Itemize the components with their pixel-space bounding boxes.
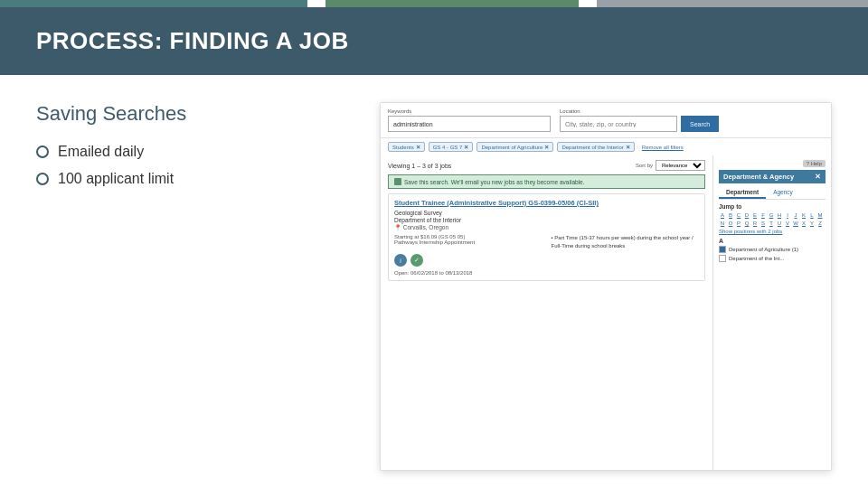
alpha-O[interactable]: O — [727, 221, 734, 226]
alpha-S[interactable]: S — [760, 221, 767, 226]
alpha-B[interactable]: B — [727, 212, 734, 218]
alpha-I[interactable]: I — [784, 212, 791, 218]
checkbox-agriculture-label: Department of Agriculture (1) — [729, 247, 798, 252]
alpha-G[interactable]: G — [768, 212, 775, 218]
remove-all-filters-link[interactable]: Remove all filters — [642, 145, 684, 150]
keywords-input[interactable] — [388, 116, 551, 132]
save-icon — [394, 178, 401, 185]
bullet-icon — [36, 173, 49, 185]
job-icon-1: i — [394, 254, 407, 267]
tag-students[interactable]: Students ✕ — [388, 142, 425, 152]
job-open-dates: Open: 06/02/2018 to 08/13/2018 — [394, 270, 699, 276]
sort-select[interactable]: Relevance — [656, 160, 705, 171]
remove-tag-interior[interactable]: ✕ — [626, 144, 630, 150]
tag-interior[interactable]: Department of the Interior ✕ — [557, 142, 634, 152]
remove-tag-gs[interactable]: ✕ — [464, 144, 468, 150]
remove-tag-agriculture[interactable]: ✕ — [544, 144, 549, 150]
show-positions-link[interactable]: Show positions with 2 jobs — [719, 229, 826, 234]
sort-row: Sort by Relevance — [636, 160, 705, 171]
viewing-count: Viewing 1 – 3 of 3 jobs — [388, 163, 451, 169]
tag-agriculture[interactable]: Department of Agriculture ✕ — [476, 142, 553, 152]
alpha-W[interactable]: W — [792, 221, 799, 226]
alpha-A[interactable]: A — [719, 212, 726, 218]
content-area: Saving Searches Emailed daily 100 applic… — [0, 75, 868, 488]
alpha-C[interactable]: C — [735, 212, 742, 218]
top-bars — [0, 0, 868, 7]
section-title: Saving Searches — [36, 102, 344, 126]
alpha-P[interactable]: P — [735, 221, 742, 226]
tag-gs[interactable]: GS 4 - GS 7 ✕ — [429, 142, 474, 152]
save-search-banner[interactable]: Save this search. We'll email you new jo… — [388, 174, 705, 189]
section-a-label: A — [719, 238, 826, 244]
mockup-tags-row: Students ✕ GS 4 - GS 7 ✕ Department of A… — [381, 138, 831, 155]
alpha-F[interactable]: F — [760, 212, 767, 218]
location-input[interactable] — [560, 116, 677, 132]
alpha-H[interactable]: H — [776, 212, 783, 218]
location-label: Location — [560, 108, 677, 114]
alphabet-row: A B C D E F G H I J K L M — [719, 212, 826, 218]
alpha-V[interactable]: V — [784, 221, 791, 226]
tab-agency[interactable]: Agency — [766, 187, 800, 199]
bullet-text-1: Emailed daily — [58, 144, 144, 160]
header-section: PROCESS: FINDING A JOB — [0, 7, 868, 75]
bar-teal — [0, 0, 307, 7]
job-dept: Department of the Interior — [394, 217, 699, 223]
remove-tag-students[interactable]: ✕ — [416, 144, 420, 150]
bar-gap1 — [307, 0, 326, 7]
bar-green — [326, 0, 579, 7]
job-title[interactable]: Student Trainee (Administrative Support)… — [394, 199, 699, 207]
job-details-row: Starting at $16.09 (GS 05 05) Pathways I… — [394, 234, 699, 250]
left-column: Saving Searches Emailed daily 100 applic… — [36, 102, 344, 471]
alpha-T[interactable]: T — [768, 221, 775, 226]
alpha-U[interactable]: U — [776, 221, 783, 226]
mockup-main: Viewing 1 – 3 of 3 jobs Sort by Relevanc… — [381, 155, 831, 471]
alphabet-row-2: N O P Q R S T U V W X Y Z — [719, 221, 826, 226]
checkbox-interior-icon[interactable] — [719, 255, 726, 262]
checkbox-interior-label: Department of the Int... — [729, 256, 784, 261]
bar-gray — [597, 0, 868, 7]
alpha-R[interactable]: R — [751, 221, 759, 226]
mockup-results-panel: Viewing 1 – 3 of 3 jobs Sort by Relevanc… — [381, 155, 713, 471]
job-salary: Starting at $16.09 (GS 05 05) Pathways I… — [394, 234, 542, 250]
sidebar-title: Department & Agency — [723, 173, 794, 181]
alpha-L[interactable]: L — [808, 212, 816, 218]
page-title: PROCESS: FINDING A JOB — [36, 27, 832, 55]
alpha-J[interactable]: J — [792, 212, 799, 218]
alpha-E[interactable]: E — [751, 212, 759, 218]
list-item: 100 applicant limit — [36, 171, 344, 187]
mockup-search-bar: Keywords Location Search — [381, 103, 831, 138]
checkbox-interior: Department of the Int... — [719, 255, 826, 262]
job-icon-2: ✓ — [410, 254, 423, 267]
alpha-K[interactable]: K — [800, 212, 807, 218]
search-button[interactable]: Search — [681, 116, 719, 132]
close-sidebar-icon[interactable]: ✕ — [815, 173, 821, 181]
alpha-Z[interactable]: Z — [816, 221, 824, 226]
bullet-text-2: 100 applicant limit — [58, 171, 174, 187]
mockup-screenshot: Keywords Location Search Students ✕ GS 4… — [380, 102, 832, 471]
alpha-X[interactable]: X — [800, 221, 807, 226]
checkbox-agriculture-icon[interactable] — [719, 246, 726, 253]
sidebar-tabs: Department Agency — [719, 187, 826, 200]
job-listing: Student Trainee (Administrative Support)… — [388, 193, 705, 281]
job-location: 📍 Corvallis, Oregon — [394, 224, 699, 231]
sort-label: Sort by — [636, 163, 653, 168]
alpha-D[interactable]: D — [743, 212, 750, 218]
bullet-list: Emailed daily 100 applicant limit — [36, 144, 344, 187]
job-bullets: • Part Time (15-37 hours per week) durin… — [552, 234, 700, 250]
alpha-N[interactable]: N — [719, 221, 726, 226]
jump-to-label: Jump to — [719, 203, 826, 210]
alpha-Q[interactable]: Q — [743, 221, 750, 226]
alpha-Y[interactable]: Y — [808, 221, 816, 226]
location-field-group: Location — [560, 108, 677, 132]
list-item: Emailed daily — [36, 144, 344, 160]
alpha-M[interactable]: M — [816, 212, 824, 218]
tab-department[interactable]: Department — [719, 187, 766, 199]
mockup-sidebar-right: ? Help Department & Agency ✕ Department … — [713, 155, 831, 471]
viewing-row: Viewing 1 – 3 of 3 jobs Sort by Relevanc… — [388, 160, 705, 171]
help-button[interactable]: ? Help — [803, 160, 826, 167]
sidebar-header: Department & Agency ✕ — [719, 170, 826, 183]
checkbox-agriculture: Department of Agriculture (1) — [719, 246, 826, 253]
job-agency: Geological Survey — [394, 210, 699, 216]
bar-gap2 — [579, 0, 597, 7]
job-icons: i ✓ — [394, 254, 699, 267]
